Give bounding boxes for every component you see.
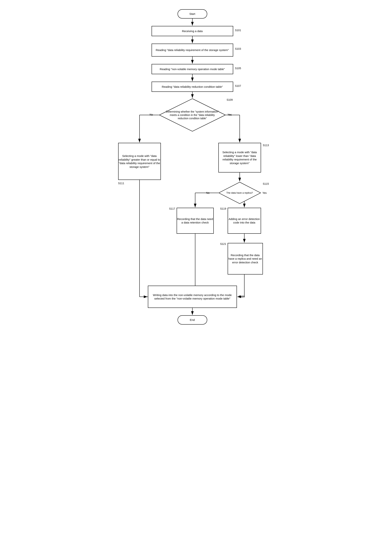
end-node: End (178, 315, 207, 325)
s123-node: Writing data into the non-volatile memor… (148, 286, 237, 308)
s109-label: Determining whether the "system informat… (159, 98, 226, 132)
s109-diamond: Determining whether the "system informat… (159, 98, 226, 132)
s115-no-label: No (206, 191, 210, 194)
s103-node: Reading "data reliability requirement of… (152, 44, 233, 56)
s115-diamond: The data have a replica? (218, 182, 261, 204)
s121-label: Recording that the data have a replica a… (228, 253, 263, 264)
s107-label: Reading "data reliability reduction cond… (162, 85, 223, 89)
s123-label: Writing data into the non-volatile memor… (148, 293, 237, 300)
s117-step: S117 (169, 207, 175, 210)
s121-node: Recording that the data have a replica a… (228, 243, 263, 275)
s109-yes-label: Yes (228, 113, 232, 116)
s111-step: S111 (118, 182, 124, 185)
s113-label: Selecting a mode with "data reliability"… (219, 150, 261, 165)
s121-step: S121 (220, 243, 226, 245)
s113-node: Selecting a mode with "data reliability"… (218, 143, 261, 173)
s111-label: Selecting a mode with "data reliability"… (119, 154, 161, 169)
s101-step: S101 (235, 29, 241, 32)
start-node: Start (178, 9, 207, 19)
s109-no-label: No (150, 113, 153, 116)
s107-step: S107 (235, 84, 241, 87)
s115-yes-label: Yes (263, 191, 267, 194)
start-label: Start (189, 12, 195, 16)
s101-node: Receiving a data (152, 26, 233, 36)
s119-node: Adding an error detection code into the … (228, 208, 261, 234)
s117-node: Recording that the data need a data rete… (177, 208, 214, 234)
s117-label: Recording that the data need a data rete… (177, 217, 213, 224)
s107-node: Reading "data reliability reduction cond… (152, 82, 233, 92)
s115-step: S115 (263, 182, 269, 185)
flowchart-diagram: Start Receiving a data S101 Reading "dat… (113, 4, 280, 523)
s115-label: The data have a replica? (218, 182, 261, 204)
s119-step: S119 (220, 207, 226, 210)
s103-label: Reading "data reliability requirement of… (156, 48, 229, 52)
s105-node: Reading "non-volatile memory operation m… (152, 64, 233, 74)
s123-step: S123 (239, 295, 245, 298)
s101-label: Receiving a data (182, 29, 203, 33)
s113-step: S113 (263, 144, 269, 147)
s109-step: S109 (227, 98, 233, 101)
end-label: End (190, 318, 195, 322)
s119-label: Adding an error detection code into the … (228, 217, 261, 224)
s105-step: S105 (235, 67, 241, 70)
s111-node: Selecting a mode with "data reliability"… (118, 143, 161, 180)
s105-label: Reading "non-volatile memory operation m… (160, 67, 225, 71)
s103-step: S103 (235, 47, 241, 50)
